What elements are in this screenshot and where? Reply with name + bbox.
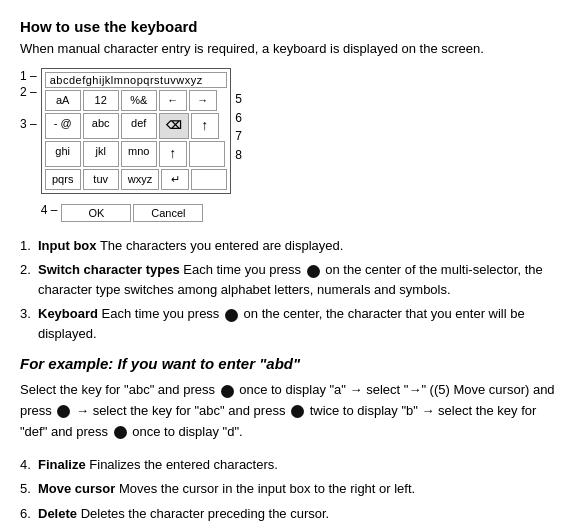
kb-row-2: aA 12 %& ← → xyxy=(45,90,227,111)
example-para: Select the key for "abc" and press once … xyxy=(20,380,559,442)
ok-row: OK Cancel xyxy=(61,204,203,222)
list-item-6: 6. Delete Deletes the character precedin… xyxy=(20,504,559,524)
extra-list: 4. Finalize Finalizes the entered charac… xyxy=(20,455,559,529)
kb-cell-jkl: jkl xyxy=(83,141,119,167)
ok-button-cell[interactable]: OK xyxy=(61,204,131,222)
kb-grid: aA 12 %& ← → - @ abc def ⌫ ↑ ghi jkl xyxy=(45,90,227,190)
kb-cell-del: ⌫ xyxy=(159,113,189,139)
kb-cell-up: ↑ xyxy=(191,113,219,139)
instruction-list: 1. Input box The characters you entered … xyxy=(20,236,559,344)
keyboard-table: abcdefghijklmnopqrstuvwxyz aA 12 %& ← → … xyxy=(41,68,231,194)
circle-icon-ex1 xyxy=(221,385,234,398)
alphabet-row: abcdefghijklmnopqrstuvwxyz xyxy=(45,72,227,88)
page-title: How to use the keyboard xyxy=(20,18,559,35)
label-4: 4 – xyxy=(41,203,58,217)
right-labels: 5 6 7 8 xyxy=(235,68,242,164)
kb-cell-left: ← xyxy=(159,90,187,111)
circle-icon-ex3 xyxy=(291,405,304,418)
kb-cell-aa: aA xyxy=(45,90,81,111)
kb-cell-empty1 xyxy=(189,141,225,167)
kb-cell-enter: ↵ xyxy=(161,169,189,190)
circle-icon-3 xyxy=(225,309,238,322)
kb-cell-pqrs: pqrs xyxy=(45,169,81,190)
kb-cell-right: → xyxy=(189,90,217,111)
example-heading: For example: If you want to enter "abd" xyxy=(20,355,559,372)
circle-icon-ex2 xyxy=(57,405,70,418)
kb-cell-12: 12 xyxy=(83,90,119,111)
kb-cell-ghi: ghi xyxy=(45,141,81,167)
kb-cell-mno: mno xyxy=(121,141,157,167)
cancel-button-cell[interactable]: Cancel xyxy=(133,204,203,222)
kb-cell-tuv: tuv xyxy=(83,169,119,190)
keyboard-diagram: 1 – 2 – 3 – abcdefghijklmnopqrstuvwxyz a… xyxy=(20,68,559,222)
kb-cell-at: - @ xyxy=(45,113,81,139)
kb-cell-up2: ↑ xyxy=(159,141,187,167)
circle-icon-2 xyxy=(307,265,320,278)
kb-row-5: pqrs tuv wxyz ↵ xyxy=(45,169,227,190)
kb-row-4: ghi jkl mno ↑ xyxy=(45,141,227,167)
intro-text: When manual character entry is required,… xyxy=(20,41,559,56)
list-item-5: 5. Move cursor Moves the cursor in the i… xyxy=(20,479,559,499)
left-labels: 1 – 2 – 3 – xyxy=(20,68,37,146)
list-item-1: 1. Input box The characters you entered … xyxy=(20,236,559,256)
kb-cell-abc: abc xyxy=(83,113,119,139)
kb-cell-wxyz: wxyz xyxy=(121,169,159,190)
kb-cell-def: def xyxy=(121,113,157,139)
list-item-2: 2. Switch character types Each time you … xyxy=(20,260,559,299)
list-item-3: 3. Keyboard Each time you press on the c… xyxy=(20,304,559,343)
kb-row-3: - @ abc def ⌫ ↑ xyxy=(45,113,227,139)
kb-cell-pct: %& xyxy=(121,90,157,111)
kb-cell-empty2 xyxy=(191,169,227,190)
list-item-4: 4. Finalize Finalizes the entered charac… xyxy=(20,455,559,475)
circle-icon-ex4 xyxy=(114,426,127,439)
